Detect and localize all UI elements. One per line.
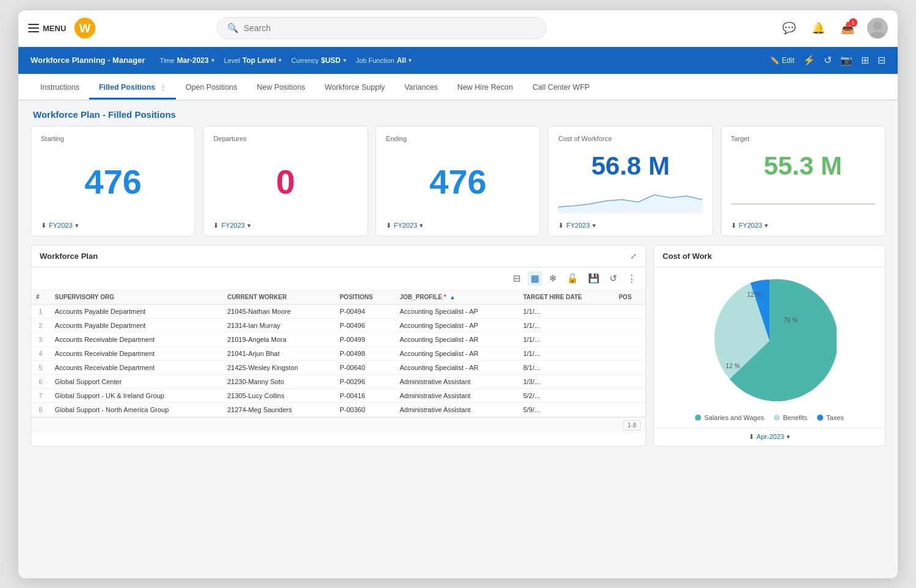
table-row[interactable]: 5 Accounts Receivable Department 21425-W… <box>31 360 645 374</box>
save-toolbar-icon[interactable]: 💾 <box>585 271 603 286</box>
tab-new-hire-recon[interactable]: New Hire Recon <box>448 77 523 100</box>
col-hire-date[interactable]: TARGET HIRE DATE <box>518 290 614 305</box>
table-row[interactable]: 7 Global Support - UK & Ireland Group 21… <box>31 388 645 402</box>
table-footer: 1-8 <box>31 417 645 433</box>
filter-toolbar-icon[interactable]: ⊟ <box>510 271 524 286</box>
col-job-profile[interactable]: JOB_PROFILE * ▲ <box>394 290 518 305</box>
cell-job: Accounting Specialist - AR <box>394 332 518 346</box>
cell-hire-date: 5/9/... <box>518 402 614 416</box>
cell-worker: 21274-Meg Saunders <box>222 402 335 416</box>
table-pager[interactable]: 1-8 <box>623 420 641 430</box>
kpi-target-footer[interactable]: ⬇ FY2023 ▾ <box>731 222 875 230</box>
toolbar-filters: Time Mar-2023 ▾ Level Top Level ▾ Curren… <box>160 56 771 65</box>
unfreeze-toolbar-icon[interactable]: 🔓 <box>564 271 581 286</box>
kpi-ending-footer[interactable]: ⬇ FY2023 ▾ <box>386 222 530 230</box>
user-avatar[interactable] <box>867 18 888 38</box>
nav-actions: 💬 🔔 📥 1 <box>779 18 888 38</box>
freeze-toolbar-icon[interactable]: ❄ <box>546 271 560 286</box>
menu-label: MENU <box>43 24 66 33</box>
cell-org: Global Support - UK & Ireland Group <box>50 388 222 402</box>
cell-pos <box>614 346 645 360</box>
filter-job-function[interactable]: Job Function All ▾ <box>356 56 412 65</box>
grid-icon-btn[interactable]: ⊞ <box>861 54 869 66</box>
kpi-departures-footer[interactable]: ⬇ FY2023 ▾ <box>213 222 357 230</box>
refresh-icon-btn[interactable]: ↺ <box>824 54 832 66</box>
svg-text:W: W <box>79 21 91 35</box>
more-toolbar-icon[interactable]: ⋮ <box>624 271 639 286</box>
cell-pos <box>614 388 645 402</box>
tab-new-positions[interactable]: New Positions <box>247 77 315 100</box>
columns-toolbar-icon[interactable]: ▦ <box>528 271 542 286</box>
refresh-toolbar-icon[interactable]: ↺ <box>606 271 620 286</box>
svg-text:12 %: 12 % <box>747 291 762 298</box>
cell-worker: 21305-Lucy Collins <box>222 388 335 402</box>
filter-currency[interactable]: Currency $USD ▾ <box>291 56 346 65</box>
search-input[interactable] <box>244 23 536 33</box>
hamburger-icon <box>28 24 39 32</box>
filter-level[interactable]: Level Top Level ▾ <box>224 56 282 65</box>
cell-position: P-00416 <box>335 388 394 402</box>
cell-org: Global Support Center <box>50 374 222 388</box>
inbox-icon[interactable]: 📥 1 <box>838 18 857 38</box>
col-supervisory-org[interactable]: SUPERVISORY ORG <box>50 290 222 305</box>
tab-variances[interactable]: Variances <box>394 77 448 100</box>
table-row[interactable]: 1 Accounts Payable Department 21045-Nath… <box>31 304 645 318</box>
table-panel-header: Workforce Plan ⤢ <box>31 245 645 267</box>
cell-num: 4 <box>31 346 50 360</box>
filter-time[interactable]: Time Mar-2023 ▾ <box>160 56 214 65</box>
cell-num: 1 <box>31 304 50 318</box>
kpi-cost-label: Cost of Workforce <box>558 135 702 142</box>
cell-position: P-00496 <box>335 318 394 332</box>
table-row[interactable]: 4 Accounts Receivable Department 21041-A… <box>31 346 645 360</box>
tab-call-center-wfp[interactable]: Call Center WFP <box>523 77 600 100</box>
table-row[interactable]: 3 Accounts Receivable Department 21019-A… <box>31 332 645 346</box>
cell-org: Accounts Receivable Department <box>50 346 222 360</box>
page-title: Workforce Plan - Filled Positions <box>18 101 898 126</box>
edit-button[interactable]: ✏️ Edit <box>770 56 794 65</box>
camera-icon-btn[interactable]: 📷 <box>840 54 852 66</box>
col-positions[interactable]: POSITIONS <box>335 290 394 305</box>
menu-button[interactable]: MENU <box>28 24 66 33</box>
chat-icon[interactable]: 💬 <box>779 18 799 38</box>
pie-chart: 76 % 12 % 12 % <box>702 274 837 408</box>
svg-point-2 <box>873 21 882 30</box>
tab-open-positions[interactable]: Open Positions <box>176 77 247 100</box>
tab-instructions[interactable]: Instructions <box>31 77 89 100</box>
table-panel-actions: ⤢ <box>630 252 637 261</box>
table-row[interactable]: 6 Global Support Center 21230-Manny Soto… <box>31 374 645 388</box>
table-row[interactable]: 8 Global Support - North America Group 2… <box>31 402 645 416</box>
col-current-worker[interactable]: CURRENT WORKER <box>222 290 335 305</box>
pie-container: 76 % 12 % 12 % Salaries and Wages Benefi <box>654 267 885 427</box>
expand-icon[interactable]: ⤢ <box>630 252 637 261</box>
kpi-ending-value: 476 <box>386 165 530 199</box>
cell-position: P-00498 <box>335 346 394 360</box>
cell-worker: 21041-Arjun Bhat <box>222 346 335 360</box>
table-panel: Workforce Plan ⤢ ⊟ ▦ ❄ 🔓 💾 ↺ ⋮ <box>31 245 646 446</box>
filter-icon-btn[interactable]: ⚡ <box>803 54 815 66</box>
toolbar-actions: ✏️ Edit ⚡ ↺ 📷 ⊞ ⊟ <box>770 54 885 66</box>
cell-job: Administrative Assistant <box>394 388 518 402</box>
col-num: # <box>31 290 50 305</box>
cell-org: Accounts Receivable Department <box>50 332 222 346</box>
pie-panel-title: Cost of Work <box>663 252 876 261</box>
pie-footer[interactable]: ⬇ Apr-2023 ▾ <box>654 427 885 446</box>
cell-num: 6 <box>31 374 50 388</box>
cell-pos <box>614 360 645 374</box>
kpi-starting-footer[interactable]: ⬇ FY2023 ▾ <box>41 222 185 230</box>
cell-position: P-00360 <box>335 402 394 416</box>
table-row[interactable]: 2 Accounts Payable Department 21314-Ian … <box>31 318 645 332</box>
cell-pos <box>614 374 645 388</box>
tab-filled-positions[interactable]: Filled Positions ⋮ <box>89 77 176 100</box>
cell-org: Accounts Receivable Department <box>50 360 222 374</box>
col-pos[interactable]: POS <box>614 290 645 305</box>
pie-panel: Cost of Work <box>653 245 885 446</box>
layout-icon-btn[interactable]: ⊟ <box>878 54 885 66</box>
cell-org: Accounts Payable Department <box>50 318 222 332</box>
tab-workforce-supply[interactable]: Workforce Supply <box>315 77 394 100</box>
cell-hire-date: 1/1/... <box>518 318 614 332</box>
notification-icon[interactable]: 🔔 <box>809 18 828 38</box>
legend-benefits: Benefits <box>774 414 807 421</box>
kpi-target: Target 55.3 M ⬇ FY2023 ▾ <box>721 126 885 236</box>
kpi-cost-footer[interactable]: ⬇ FY2023 ▾ <box>558 222 702 230</box>
kpi-starting-value: 476 <box>41 165 185 199</box>
